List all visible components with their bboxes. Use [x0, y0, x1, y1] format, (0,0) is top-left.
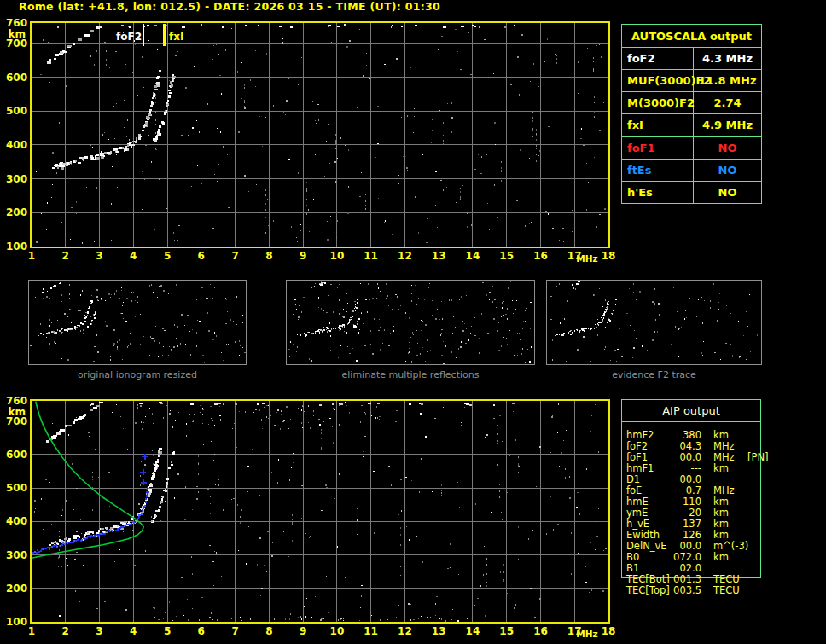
autoscala-row-h'Es: h'EsNO — [622, 182, 761, 203]
thumbnail-original-canvas — [29, 281, 246, 364]
bottom-ionogram-plot — [30, 399, 610, 624]
thumbnail-evidence-f2 — [546, 280, 762, 365]
bottom-ionogram-canvas — [32, 401, 608, 622]
autoscala-row-ftEs: ftEsNO — [622, 160, 761, 182]
aip-unit: TECU — [713, 585, 746, 596]
y-axis-unit-label: km — [0, 28, 26, 40]
y-axis-tick-label: 500 — [0, 482, 27, 494]
x-axis-tick-label: 10 — [327, 250, 347, 262]
x-axis-tick-label: 7 — [225, 625, 246, 637]
x-axis-tick-label: 2 — [55, 625, 76, 637]
x-axis-tick-label: 12 — [394, 250, 415, 262]
aip-output-table: AIP output hmF2380kmfoF204.3MHzfoF100.0M… — [621, 399, 761, 578]
autoscala-app-window: Rome (lat: +41.8, lon: 012.5) - DATE: 20… — [0, 0, 826, 644]
y-axis-tick-label: 760 — [0, 17, 27, 29]
aip-row-TEC[Top]: TEC[Top]003.5TECU — [626, 585, 771, 596]
thumbnail-eliminate-reflections — [286, 280, 535, 365]
autoscala-row-fxI: fxI4.9 MHz — [622, 114, 761, 136]
x-axis-tick-label: 4 — [123, 625, 143, 637]
x-axis-tick-label: 8 — [259, 625, 279, 637]
parameter-value: NO — [694, 182, 761, 203]
autoscala-row-MUF(3000)F2: MUF(3000)F211.8 MHz — [622, 70, 761, 92]
parameter-value: 4.3 MHz — [694, 48, 761, 69]
x-axis-tick-label: 7 — [225, 250, 246, 262]
x-axis-tick-label: 8 — [259, 250, 279, 262]
thumbnail-eliminate-canvas — [287, 281, 534, 364]
top-ionogram-plot: foF2 fxI — [30, 21, 610, 248]
x-axis-tick-label: 6 — [191, 250, 212, 262]
aip-unit: km — [713, 552, 746, 563]
aip-extra: [PN] — [747, 452, 769, 463]
x-axis-tick-label: 1 — [21, 250, 42, 262]
x-axis-tick-label: 11 — [361, 250, 381, 262]
x-axis-tick-label: 1 — [21, 625, 42, 637]
aip-unit: km — [713, 463, 746, 474]
x-axis-tick-label: 11 — [361, 625, 381, 637]
parameter-label: fxI — [622, 114, 694, 136]
parameter-value: 4.9 MHz — [694, 114, 761, 136]
x-axis-tick-label: 5 — [157, 625, 177, 637]
x-axis-tick-label: 15 — [497, 250, 517, 262]
y-axis-tick-label: 760 — [0, 395, 27, 407]
x-axis-tick-label: 16 — [531, 625, 551, 637]
x-axis-tick-label: 9 — [293, 625, 313, 637]
x-axis-tick-label: 5 — [157, 250, 177, 262]
fxI-marker-label: fxI — [169, 31, 183, 43]
thumbnail-evidence-canvas — [547, 281, 761, 364]
y-axis-tick-label: 600 — [0, 449, 27, 461]
x-axis-tick-label: 2 — [55, 250, 76, 262]
y-axis-tick-label: 300 — [0, 549, 27, 561]
aip-table-title: AIP output — [622, 400, 760, 422]
x-axis-tick-label: 14 — [462, 625, 483, 637]
y-axis-unit-label: km — [0, 406, 26, 418]
x-axis-tick-label: 18 — [598, 625, 619, 637]
autoscala-output-table: AUTOSCALA output foF24.3 MHzMUF(3000)F21… — [621, 24, 762, 204]
parameter-value: 11.8 MHz — [694, 70, 761, 91]
x-axis-tick-label: 18 — [598, 250, 619, 262]
aip-label: TEC[Top] — [626, 585, 671, 596]
thumbnail-caption-evidence: evidence F2 trace — [546, 369, 762, 380]
y-axis-tick-label: 400 — [0, 139, 27, 151]
foF2-marker-label: foF2 — [116, 31, 142, 43]
autoscala-row-foF2: foF24.3 MHz — [622, 48, 761, 70]
page-title: Rome (lat: +41.8, lon: 012.5) - DATE: 20… — [0, 0, 459, 13]
y-axis-tick-label: 200 — [0, 583, 27, 595]
y-axis-tick-label: 400 — [0, 515, 27, 527]
x-axis-unit-label: MHz — [576, 629, 597, 639]
y-axis-tick-label: 300 — [0, 173, 27, 185]
y-axis-tick-label: 500 — [0, 105, 27, 117]
parameter-value: 2.74 — [694, 92, 761, 113]
parameter-value: NO — [694, 160, 761, 181]
autoscala-row-foF1: foF1NO — [622, 137, 761, 160]
parameter-label: ftEs — [622, 160, 694, 181]
thumbnail-caption-original: original ionogram resized — [28, 369, 247, 380]
x-axis-tick-label: 16 — [531, 250, 551, 262]
thumbnail-caption-eliminate: eliminate multiple reflections — [286, 369, 535, 380]
x-axis-tick-label: 13 — [428, 625, 449, 637]
autoscala-table-title: AUTOSCALA output — [622, 25, 761, 48]
x-axis-tick-label: 12 — [394, 625, 415, 637]
y-axis-tick-label: 600 — [0, 72, 27, 84]
top-ionogram-canvas — [32, 23, 608, 247]
parameter-label: foF1 — [622, 137, 694, 159]
thumbnail-original-ionogram — [28, 280, 247, 365]
parameter-value: NO — [694, 137, 761, 159]
x-axis-tick-label: 9 — [293, 250, 313, 262]
autoscala-table-rows: foF24.3 MHzMUF(3000)F211.8 MHzM(3000)F22… — [622, 48, 761, 203]
parameter-label: M(3000)F2 — [622, 92, 694, 113]
y-axis-tick-label: 200 — [0, 206, 27, 218]
aip-value: 003.5 — [671, 585, 701, 596]
x-axis-tick-label: 14 — [462, 250, 483, 262]
parameter-label: h'Es — [622, 182, 694, 203]
x-axis-tick-label: 15 — [497, 625, 517, 637]
x-axis-tick-label: 3 — [90, 625, 110, 637]
x-axis-tick-label: 6 — [191, 625, 212, 637]
x-axis-tick-label: 10 — [327, 625, 347, 637]
autoscala-row-M(3000)F2: M(3000)F22.74 — [622, 92, 761, 114]
x-axis-tick-label: 3 — [90, 250, 110, 262]
aip-table-rows: hmF2380kmfoF204.3MHzfoF100.0MHz[PN]hmF1-… — [626, 430, 771, 596]
parameter-label: MUF(3000)F2 — [622, 70, 694, 91]
x-axis-unit-label: MHz — [576, 253, 597, 264]
x-axis-tick-label: 4 — [123, 250, 143, 262]
parameter-label: foF2 — [622, 48, 694, 69]
